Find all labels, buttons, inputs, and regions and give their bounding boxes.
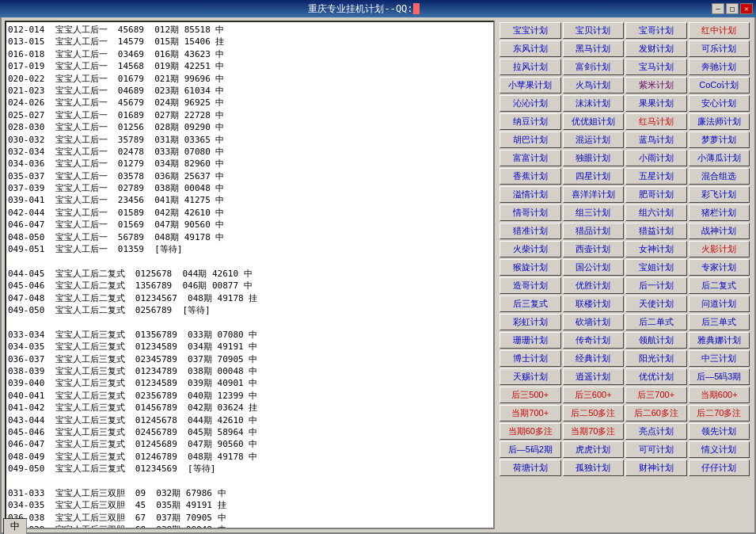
- plan-btn-28[interactable]: 富富计划: [500, 150, 561, 166]
- plan-btn-88[interactable]: 当期60多注: [500, 423, 561, 440]
- plan-btn-56[interactable]: 造哥计划: [500, 277, 561, 294]
- plan-btn-66[interactable]: 后二单式: [625, 314, 687, 330]
- plan-btn-80[interactable]: 后三500+: [500, 387, 561, 403]
- plan-btn-82[interactable]: 后三700+: [625, 387, 687, 403]
- plan-btn-27[interactable]: 梦萝计划: [689, 132, 750, 148]
- plan-btn-92[interactable]: 后—5码2期: [500, 441, 561, 458]
- plan-btn-15[interactable]: CoCo计划: [689, 77, 750, 93]
- plan-btn-83[interactable]: 当期600+: [689, 387, 750, 403]
- plan-btn-99[interactable]: 仔仔计划: [689, 460, 750, 476]
- plan-btn-23[interactable]: 廉法师计划: [689, 113, 750, 130]
- plan-btn-10[interactable]: 宝马计划: [625, 59, 687, 75]
- plan-btn-70[interactable]: 领航计划: [625, 332, 687, 349]
- plan-btn-47[interactable]: 战神计划: [689, 223, 750, 239]
- plan-btn-38[interactable]: 肥哥计划: [625, 186, 687, 203]
- plan-btn-77[interactable]: 逍遥计划: [563, 368, 625, 385]
- plan-btn-94[interactable]: 可可计划: [625, 441, 687, 458]
- plan-btn-36[interactable]: 溢情计划: [500, 186, 561, 203]
- plan-btn-11[interactable]: 奔驰计划: [689, 59, 750, 75]
- plan-btn-53[interactable]: 国公计划: [563, 259, 625, 276]
- plan-btn-78[interactable]: 优优计划: [625, 368, 687, 385]
- plan-btn-84[interactable]: 当期700+: [500, 405, 561, 421]
- plan-btn-58[interactable]: 后一计划: [625, 277, 687, 294]
- plan-btn-16[interactable]: 沁沁计划: [500, 95, 561, 112]
- plan-btn-21[interactable]: 优优姐计划: [563, 113, 625, 130]
- plan-btn-49[interactable]: 西壶计划: [563, 241, 625, 257]
- plan-btn-60[interactable]: 后三复式: [500, 296, 561, 312]
- plan-btn-40[interactable]: 情哥计划: [500, 204, 561, 221]
- plan-btn-96[interactable]: 荷塘计划: [500, 460, 561, 476]
- plan-btn-71[interactable]: 雅典娜计划: [689, 332, 750, 349]
- minimize-button[interactable]: —: [712, 3, 724, 14]
- plan-btn-79[interactable]: 后—5码3期: [689, 368, 750, 385]
- plan-btn-65[interactable]: 砍墙计划: [563, 314, 625, 330]
- plan-btn-68[interactable]: 珊珊计划: [500, 332, 561, 349]
- plan-btn-13[interactable]: 火鸟计划: [563, 77, 625, 93]
- plan-btn-46[interactable]: 猎益计划: [625, 223, 687, 239]
- plan-btn-61[interactable]: 联楼计划: [563, 296, 625, 312]
- close-button[interactable]: ✕: [740, 3, 753, 14]
- plan-btn-4[interactable]: 东风计划: [500, 40, 561, 57]
- plan-btn-1[interactable]: 宝贝计划: [563, 22, 625, 39]
- plan-btn-90[interactable]: 亮点计划: [625, 423, 687, 440]
- plan-btn-22[interactable]: 红马计划: [625, 113, 687, 130]
- plan-btn-48[interactable]: 火柴计划: [500, 241, 561, 257]
- plan-btn-85[interactable]: 后二50多注: [563, 405, 625, 421]
- plan-btn-30[interactable]: 小雨计划: [625, 150, 687, 166]
- plan-btn-12[interactable]: 小苹果计划: [500, 77, 561, 93]
- plan-btn-3[interactable]: 红中计划: [689, 22, 750, 39]
- plan-btn-35[interactable]: 混合组选: [689, 168, 750, 185]
- plan-btn-44[interactable]: 猎准计划: [500, 223, 561, 239]
- plan-btn-33[interactable]: 四星计划: [563, 168, 625, 185]
- plan-btn-5[interactable]: 黑马计划: [563, 40, 625, 57]
- plan-btn-55[interactable]: 专家计划: [689, 259, 750, 276]
- plan-btn-93[interactable]: 虎虎计划: [563, 441, 625, 458]
- plan-btn-64[interactable]: 彩虹计划: [500, 314, 561, 330]
- plan-btn-59[interactable]: 后二复式: [689, 277, 750, 294]
- plan-btn-74[interactable]: 阳光计划: [625, 350, 687, 367]
- plan-btn-91[interactable]: 领先计划: [689, 423, 750, 440]
- plan-btn-97[interactable]: 孤独计划: [563, 460, 625, 476]
- plan-btn-31[interactable]: 小薄瓜计划: [689, 150, 750, 166]
- plan-btn-54[interactable]: 宝姐计划: [625, 259, 687, 276]
- plan-btn-86[interactable]: 后二60多注: [625, 405, 687, 421]
- plan-btn-67[interactable]: 后三单式: [689, 314, 750, 330]
- plan-btn-57[interactable]: 优胜计划: [563, 277, 625, 294]
- plan-btn-51[interactable]: 火影计划: [689, 241, 750, 257]
- plan-btn-19[interactable]: 安心计划: [689, 95, 750, 112]
- plan-btn-24[interactable]: 胡巴计划: [500, 132, 561, 148]
- plan-btn-45[interactable]: 猎品计划: [563, 223, 625, 239]
- plan-btn-14[interactable]: 紫米计划: [625, 77, 687, 93]
- plan-btn-75[interactable]: 中三计划: [689, 350, 750, 367]
- plan-btn-2[interactable]: 宝哥计划: [625, 22, 687, 39]
- plan-btn-52[interactable]: 猴旋计划: [500, 259, 561, 276]
- plan-btn-26[interactable]: 蓝鸟计划: [625, 132, 687, 148]
- plan-btn-50[interactable]: 女神计划: [625, 241, 687, 257]
- plan-btn-76[interactable]: 天赐计划: [500, 368, 561, 385]
- maximize-button[interactable]: □: [726, 3, 739, 14]
- plan-btn-0[interactable]: 宝宝计划: [500, 22, 561, 39]
- plan-btn-34[interactable]: 五星计划: [625, 168, 687, 185]
- left-panel[interactable]: 012-014 宝宝人工后一 45689 012期 85518 中 013-01…: [5, 21, 495, 529]
- plan-btn-69[interactable]: 传奇计划: [563, 332, 625, 349]
- plan-btn-63[interactable]: 问道计划: [689, 296, 750, 312]
- plan-btn-20[interactable]: 纳豆计划: [500, 113, 561, 130]
- plan-btn-72[interactable]: 博士计划: [500, 350, 561, 367]
- plan-btn-7[interactable]: 可乐计划: [689, 40, 750, 57]
- plan-btn-17[interactable]: 沫沫计划: [563, 95, 625, 112]
- plan-btn-25[interactable]: 混运计划: [563, 132, 625, 148]
- plan-btn-6[interactable]: 发财计划: [625, 40, 687, 57]
- plan-btn-8[interactable]: 拉风计划: [500, 59, 561, 75]
- plan-btn-73[interactable]: 经典计划: [563, 350, 625, 367]
- plan-btn-81[interactable]: 后三600+: [563, 387, 625, 403]
- plan-btn-98[interactable]: 财神计划: [625, 460, 687, 476]
- plan-btn-41[interactable]: 组三计划: [563, 204, 625, 221]
- plan-btn-62[interactable]: 天使计划: [625, 296, 687, 312]
- plan-btn-39[interactable]: 彩飞计划: [689, 186, 750, 203]
- plan-btn-37[interactable]: 喜洋洋计划: [563, 186, 625, 203]
- plan-btn-95[interactable]: 情义计划: [689, 441, 750, 458]
- plan-btn-89[interactable]: 当期70多注: [563, 423, 625, 440]
- plan-btn-87[interactable]: 后二70多注: [689, 405, 750, 421]
- plan-btn-43[interactable]: 猪栏计划: [689, 204, 750, 221]
- plan-btn-9[interactable]: 富剑计划: [563, 59, 625, 75]
